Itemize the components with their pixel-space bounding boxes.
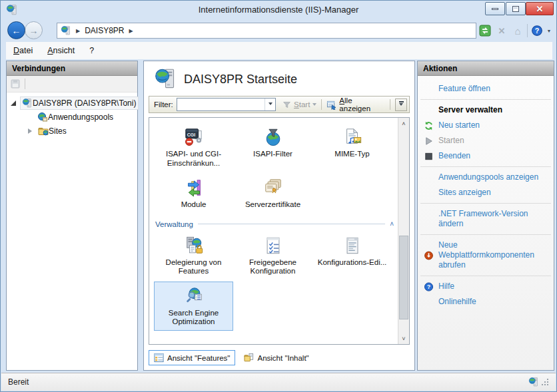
feature-label: ISAPI- und CGI-Einschränkun... [156,150,231,168]
breadcrumb[interactable]: ▶ DAISY8PR ▶ [57,23,476,39]
feature-label: Konfigurations-Edi... [318,258,387,268]
feature-grid: Delegierung von FeaturesFreigegebene Kon… [154,231,398,332]
close-button[interactable]: ✕ [526,2,554,15]
action-beenden[interactable]: Beenden [418,148,554,164]
feature-serverzertifikate[interactable]: Serverzertifikate [233,173,312,214]
filter-start-label: Start [294,100,310,108]
action-server-verwalten: Server verwalten [418,102,554,118]
expander-open-icon[interactable] [11,100,16,106]
chevron-down-icon: ▼ [547,29,552,33]
group-by-button[interactable] [395,98,407,111]
scroll-up-button[interactable]: ˄ [398,118,409,129]
expander-closed-icon[interactable] [28,128,35,134]
tree-item-sites[interactable]: Sites [7,124,137,138]
main-panel: DAISY8PR Startseite Filter: Start Alle a… [143,61,415,371]
feature-konfigurations-edi[interactable]: Konfigurations-Edi... [312,231,392,280]
features-view-icon [154,353,164,363]
restart-icon [424,120,434,130]
vertical-scrollbar[interactable]: ˄ ˅ [398,118,409,344]
help-button[interactable]: ? [530,23,544,38]
collapse-group-icon[interactable]: ˄ [390,221,394,228]
download-icon [424,250,434,260]
action-label: Onlinehilfe [438,297,476,306]
toolbar-separator [321,99,322,110]
tree-item-label: DAISY8PR (DAISY8PR\Toni) [33,98,136,108]
back-button[interactable]: ← [7,21,25,39]
feature-group-name: Verwaltung [155,220,193,228]
refresh-button[interactable] [478,23,492,38]
action-anwendungspools-anzeigen[interactable]: Anwendungspools anzeigen [418,170,554,185]
show-all-label: Alle anzeigen [339,97,385,112]
seo-icon [184,286,204,306]
feature-mime-typ[interactable]: MIME-Typ [312,122,392,172]
action-net-framework-version-ändern[interactable]: .NET Framework-Version ändern [418,206,554,232]
tree-item-label: Anwendungspools [48,112,113,122]
action-label: Sites anzeigen [438,188,491,197]
window-title: Internetinformationsdienste (IIS)-Manage… [1,1,556,19]
close-icon: ✕ [536,5,544,13]
menu-bar: DateiAnsicht? [6,42,552,59]
action-feature-öffnen[interactable]: Feature öffnen [418,81,554,97]
feature-isapi-und-cgi-einschränkun[interactable]: CGIISAPI- und CGI-Einschränkun... [154,122,233,172]
feature-label: Module [181,200,207,210]
feature-module[interactable]: Module [154,173,233,214]
tab-label: Ansicht "Features" [167,354,230,362]
filter-dropdown-button[interactable] [265,98,275,110]
connections-tree: DAISY8PR (DAISY8PR\Toni)AnwendungspoolsS… [7,93,137,138]
tab-ansicht-inhalt[interactable]: Ansicht "Inhalt" [239,350,314,365]
refresh-icon [479,25,491,37]
filter-input[interactable] [177,98,276,111]
minimize-button[interactable] [485,2,505,15]
tree-item-daisy8pr-daisy8pr-toni[interactable]: DAISY8PR (DAISY8PR\Toni) [7,96,137,110]
feature-isapi-filter[interactable]: ISAPI-Filter [233,122,312,172]
chevron-down-icon [312,103,316,108]
action-hilfe[interactable]: ?Hilfe [418,279,554,294]
group-by-icon [399,101,404,102]
iis-logo-icon [528,377,539,387]
delete-connection-button[interactable]: ✕ [494,23,509,38]
action-sites-anzeigen[interactable]: Sites anzeigen [418,185,554,200]
feature-label: Search Engine Optimization [156,309,231,327]
help-icon: ? [424,282,434,292]
feature-label: MIME-Typ [334,150,369,159]
help-dropdown-button[interactable]: ▼ [544,23,554,38]
action-neu-starten[interactable]: Neu starten [418,118,554,133]
tab-ansicht-features[interactable]: Ansicht "Features" [149,350,235,365]
menu-item-help[interactable]: ? [82,43,101,58]
feature-search-engine-optimization[interactable]: Search Engine Optimization [154,282,233,331]
svg-text:?: ? [427,284,430,290]
feature-freigegebene-konfiguration[interactable]: Freigegebene Konfiguration [233,231,312,280]
funnel-icon [282,100,291,109]
connections-panel: Verbindungen DAISY8PR (DAISY8PR\Toni)Anw… [6,61,138,371]
menu-item-ansicht[interactable]: Ansicht [40,43,82,58]
sites-folder-icon [38,126,49,136]
feature-label: Delegierung von Features [156,258,231,276]
config-editor-icon [342,236,362,256]
breadcrumb-item[interactable]: DAISY8PR [85,26,124,35]
feature-delegierung-von-features[interactable]: Delegierung von Features [154,231,233,280]
resize-grip[interactable] [541,378,549,386]
home-button[interactable]: ⌂ [510,23,525,38]
filter-start-button[interactable]: Start [282,100,316,109]
minimize-icon [492,8,498,10]
feature-label: Freigegebene Konfiguration [235,258,310,276]
tree-item-selected[interactable]: DAISY8PR (DAISY8PR\Toni) [20,97,139,110]
scrollbar-thumb[interactable] [399,236,408,319]
menu-item-datei[interactable]: Datei [6,43,40,58]
show-all-icon [326,100,336,110]
breadcrumb-arrow-icon[interactable]: ▶ [129,28,133,34]
action-onlinehilfe[interactable]: Onlinehilfe [418,294,554,309]
forward-button[interactable]: → [25,21,43,39]
shared-config-icon [263,236,283,256]
show-all-button[interactable]: Alle anzeigen [326,97,385,112]
cgi-restrictions-icon: CGI [184,127,204,147]
iis-manager-window: Internetinformationsdienste (IIS)-Manage… [0,0,557,392]
delete-icon: ✕ [498,26,506,36]
action-neue-webplattformkomponenten-abrufen[interactable]: Neue Webplattformkomponenten abrufen [418,238,554,273]
save-connection-icon[interactable] [10,79,21,89]
action-label: Server verwalten [438,105,502,114]
view-tabs: Ansicht "Features"Ansicht "Inhalt" [149,350,314,365]
tree-item-anwendungspools[interactable]: Anwendungspools [7,110,137,124]
maximize-button[interactable] [506,2,526,15]
scroll-down-button[interactable]: ˅ [398,333,409,344]
